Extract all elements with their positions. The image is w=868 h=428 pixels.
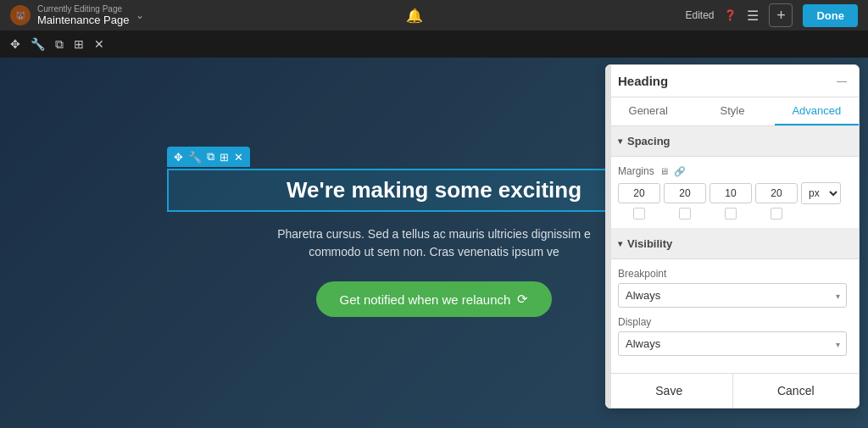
top-bar-title: Currently Editing Page Maintenance Page [37,4,129,26]
tab-general[interactable]: General [606,97,690,125]
margin-top-input[interactable] [618,183,660,203]
breakpoint-select-wrap: Always Desktop Tablet Mobile ▾ [618,283,847,308]
breakpoint-select[interactable]: Always Desktop Tablet Mobile [618,283,847,308]
visibility-label: Visibility [627,237,672,250]
display-select[interactable]: Always Never Logged In Logged Out [618,331,847,356]
editing-label: Currently Editing Page [37,4,129,14]
margin-bottom-input[interactable] [709,183,752,203]
panel-header: Heading — [606,65,859,97]
top-bar-center: 🔔 [406,8,423,24]
panel-footer: Save Cancel [606,373,859,408]
monitor-icon: 🖥 [659,166,669,176]
breakpoint-field: Breakpoint Always Desktop Tablet Mobile … [618,268,847,308]
margin-checkboxes [618,208,847,220]
cancel-button[interactable]: Cancel [733,374,860,408]
spacing-label: Spacing [627,135,670,147]
right-panel: Heading — General Style Advanced ▾ Spaci… [605,64,860,409]
toolbar-wrench-icon[interactable]: 🔧 [188,151,202,164]
bell-icon[interactable]: 🔔 [406,8,423,24]
spacing-toggle[interactable]: ▾ Spacing [606,126,859,157]
top-bar-left: 🐻 Currently Editing Page Maintenance Pag… [10,4,144,26]
refresh-icon: ⟳ [517,292,528,307]
margin-cb-right[interactable] [679,208,691,220]
panel-body: ▾ Spacing Margins 🖥 🔗 px % [606,126,859,373]
display-label: Display [618,316,847,328]
toolbar-row: ✥ 🔧 ⧉ ⊞ ✕ [0,31,868,58]
link-icon: 🔗 [674,166,686,177]
margin-cb-bottom[interactable] [725,208,737,220]
move-icon[interactable]: ✥ [10,37,20,51]
margins-row: px % em [618,182,847,204]
visibility-toggle-arrow-icon: ▾ [618,239,622,248]
tab-advanced[interactable]: Advanced [775,97,859,125]
toolbar-columns-icon[interactable]: ⊞ [220,151,229,164]
page-name: Maintenance Page [37,14,129,26]
top-bar: 🐻 Currently Editing Page Maintenance Pag… [0,0,868,31]
toolbar-move-icon[interactable]: ✥ [174,151,183,164]
margin-left-input[interactable] [755,183,798,203]
minimize-icon[interactable]: — [837,75,847,87]
save-button[interactable]: Save [606,374,733,408]
toggle-arrow-icon: ▾ [618,136,622,146]
margin-right-input[interactable] [664,183,706,203]
toolbar-copy-icon[interactable]: ⧉ [207,150,214,164]
cta-label: Get notified when we relaunch [340,292,511,307]
panel-tabs: General Style Advanced [606,97,859,126]
tab-style[interactable]: Style [690,97,774,125]
chevron-down-icon[interactable]: ⌄ [136,9,144,21]
list-icon[interactable]: ☰ [747,8,759,24]
drag-handle[interactable] [606,65,611,408]
site-icon: 🐻 [10,5,31,25]
top-bar-right: Edited ❓ ☰ + Done [685,3,858,27]
columns-icon[interactable]: ⊞ [74,37,84,51]
plus-button[interactable]: + [769,3,793,27]
visibility-section: Breakpoint Always Desktop Tablet Mobile … [606,259,859,373]
breakpoint-label: Breakpoint [618,268,847,280]
subtext: Pharetra cursus. Sed a tellus ac mauris … [252,225,616,261]
display-field: Display Always Never Logged In Logged Ou… [618,316,847,356]
margins-label: Margins 🖥 🔗 [618,165,847,177]
margin-cb-top[interactable] [633,208,645,220]
toolbar-close-icon[interactable]: ✕ [234,151,243,164]
close-icon[interactable]: ✕ [94,37,104,51]
visibility-toggle[interactable]: ▾ Visibility [606,229,859,259]
main-area: ✥ 🔧 ⧉ ⊞ ✕ We're making some exciting Pha… [0,58,868,428]
copy-icon[interactable]: ⧉ [55,37,64,52]
cta-button[interactable]: Get notified when we relaunch ⟳ [316,281,553,317]
display-select-wrap: Always Never Logged In Logged Out ▾ [618,331,847,356]
panel-title: Heading [618,74,668,88]
margins-field-group: Margins 🖥 🔗 px % em [606,157,859,229]
heading-toolbar: ✥ 🔧 ⧉ ⊞ ✕ [167,147,250,167]
margin-cb-left[interactable] [771,208,782,220]
unit-select[interactable]: px % em [801,182,841,204]
wrench-icon[interactable]: 🔧 [31,37,45,51]
question-icon[interactable]: ❓ [724,9,737,21]
edited-badge: Edited [685,9,714,21]
done-button[interactable]: Done [803,4,858,27]
